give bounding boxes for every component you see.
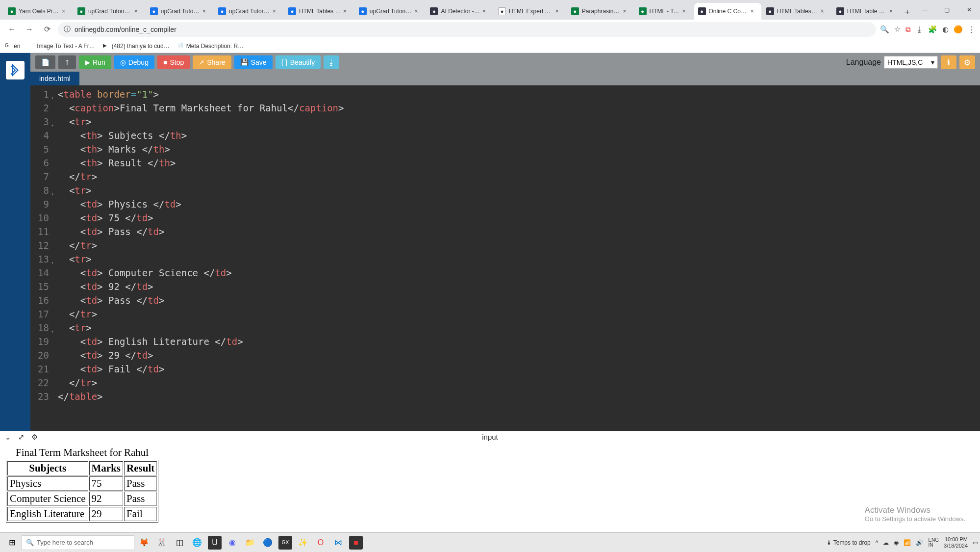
taskbar-app3-icon[interactable]: ■ (349, 536, 363, 550)
browser-tab[interactable]: ●HTML - Tables× (635, 3, 693, 20)
stop-button[interactable]: ■Stop (157, 55, 190, 69)
browser-tab[interactable]: ●upGrad Tutorial_HT× (355, 3, 426, 20)
taskbar-app2-icon[interactable]: GX (278, 536, 292, 550)
language-label: Language (846, 58, 881, 67)
collapse-panel-icon[interactable]: ⌄ (5, 433, 11, 442)
taskbar-edge-icon[interactable]: 🌐 (190, 536, 204, 550)
taskbar-copilot-icon[interactable]: ✨ (296, 536, 310, 550)
clock-date: 3/18/2024 (944, 543, 968, 549)
help-button[interactable]: ℹ (941, 55, 956, 69)
close-tab-icon[interactable]: × (62, 8, 69, 15)
profile-icon[interactable]: 🟠 (954, 25, 963, 34)
play-icon: ▶ (85, 58, 90, 66)
beautify-button[interactable]: { }Beautify (276, 55, 321, 69)
new-file-button[interactable]: 📄 (35, 55, 55, 69)
browser-tab[interactable]: ●HTML table basics× (832, 3, 900, 20)
star-icon[interactable]: ☆ (894, 25, 901, 34)
file-tab-active[interactable]: index.html (30, 72, 79, 85)
reload-button[interactable]: ⟳ (40, 23, 54, 36)
tray-lang[interactable]: ENG IN (928, 538, 939, 548)
browser-tab[interactable]: ●AI Detector - Trust× (426, 3, 493, 20)
tray-chevron-icon[interactable]: ^ (876, 539, 879, 546)
browser-tab[interactable]: ●upGrad Tutorials - C× (74, 3, 145, 20)
code-content[interactable]: <table border="1"> <caption>Final Term M… (54, 85, 344, 431)
close-tab-icon[interactable]: × (414, 8, 421, 15)
code-editor[interactable]: 1234567891011121314151617181920212223 <t… (30, 85, 980, 431)
download-code-button[interactable]: ⭳ (324, 55, 339, 69)
settings-button[interactable]: ⚙ (959, 55, 975, 69)
run-button[interactable]: ▶Run (79, 55, 111, 69)
forward-button[interactable]: → (23, 23, 36, 36)
taskbar-search[interactable]: 🔍 Type here to search (22, 535, 134, 550)
tray-onedrive-icon[interactable]: ☁ (883, 539, 889, 546)
close-tab-icon[interactable]: × (202, 8, 209, 15)
taskbar-explorer-icon[interactable]: 📁 (243, 536, 257, 550)
close-tab-icon[interactable]: × (821, 8, 828, 15)
table-row: Computer Science92Pass (7, 492, 157, 506)
account-icon[interactable]: ◐ (942, 25, 949, 34)
new-tab-button[interactable]: + (901, 5, 914, 20)
download-icon[interactable]: ⭳ (916, 25, 923, 33)
expand-panel-icon[interactable]: ⤢ (18, 433, 25, 442)
close-tab-icon[interactable]: × (273, 8, 279, 15)
tab-title: HTML table basics (847, 8, 887, 15)
table-cell: Pass (124, 476, 157, 491)
taskbar-discord-icon[interactable]: ◉ (226, 536, 239, 550)
browser-tab[interactable]: ●HTML Tables – Tab× (762, 3, 831, 20)
close-tab-icon[interactable]: × (343, 8, 350, 15)
taskbar-chrome-icon[interactable]: 🔵 (261, 536, 275, 550)
tray-clock[interactable]: 10:00 PM 3/18/2024 (944, 536, 968, 548)
tab-title: Paraphrasing Tool (582, 8, 621, 15)
debug-button[interactable]: ◎Debug (114, 55, 154, 69)
bookmark-item[interactable]: Image To Text - A Fr… (28, 43, 95, 50)
extensions-icon[interactable]: 🧩 (928, 25, 937, 34)
tray-volume-icon[interactable]: 🔊 (916, 539, 923, 546)
tray-notifications-icon[interactable]: ▭ (973, 539, 978, 546)
zoom-icon[interactable]: 🔍 (880, 25, 889, 34)
site-info-icon[interactable]: ⓘ (64, 25, 71, 34)
browser-tab[interactable]: ●HTML Expert Advice× (494, 3, 566, 20)
upload-button[interactable]: ⤒ (58, 55, 76, 69)
share-button[interactable]: ↗Share (193, 55, 231, 69)
taskbar-vscode-icon[interactable]: ⋈ (331, 536, 345, 550)
maximize-button[interactable]: ▢ (936, 0, 958, 20)
extension-icon[interactable]: ⧉ (905, 25, 911, 34)
browser-tab[interactable]: ●Paraphrasing Tool× (567, 3, 634, 20)
menu-icon[interactable]: ⋮ (968, 25, 975, 34)
bookmark-item[interactable]: Gen (5, 43, 20, 50)
output-area: Final Term Marksheet for Rahul SubjectsM… (0, 443, 980, 526)
close-tab-icon[interactable]: × (682, 8, 689, 15)
taskbar-fox-icon[interactable]: 🦊 (137, 536, 151, 550)
weather-widget[interactable]: 🌡 Temps to drop (826, 539, 871, 546)
close-tab-icon[interactable]: × (134, 8, 141, 15)
panel-input-tab[interactable]: input (482, 433, 498, 441)
browser-tab[interactable]: ●upGrad Tutorials: T× (214, 3, 283, 20)
taskbar-app-icon[interactable]: U (208, 536, 222, 550)
tray-wifi-icon[interactable]: 📶 (904, 539, 911, 546)
close-tab-icon[interactable]: × (751, 8, 757, 15)
bookmark-item[interactable]: ▶(482) thaniya to cud… (103, 43, 170, 50)
back-button[interactable]: ← (5, 23, 19, 36)
start-button[interactable]: ⊞ (2, 533, 22, 552)
tray-meet-icon[interactable]: ◉ (894, 539, 899, 546)
close-window-button[interactable]: ✕ (958, 0, 980, 20)
language-select[interactable]: HTML,JS,C▾ (884, 56, 938, 69)
panel-settings-icon[interactable]: ⚙ (31, 433, 38, 442)
browser-tab[interactable]: ●upGrad Tutorial_H× (146, 3, 213, 20)
browser-tab[interactable]: ●HTML Tables - Goo× (284, 3, 354, 20)
close-tab-icon[interactable]: × (623, 8, 630, 15)
taskbar-rabbit-icon[interactable]: 🐰 (155, 536, 169, 550)
browser-tab[interactable]: ●Online C Compiler× (694, 3, 761, 20)
close-tab-icon[interactable]: × (482, 8, 489, 15)
close-tab-icon[interactable]: × (889, 8, 896, 15)
browser-tab[interactable]: ●Yarn Owls Projects× (4, 3, 73, 20)
minimize-button[interactable]: — (914, 0, 936, 20)
save-icon: 💾 (240, 58, 249, 66)
bookmark-item[interactable]: 📄Meta Description: R… (177, 43, 244, 50)
close-tab-icon[interactable]: × (555, 8, 562, 15)
address-bar[interactable]: ⓘ onlinegdb.com/online_c_compiler (58, 22, 876, 37)
taskbar-taskview-icon[interactable]: ◫ (173, 536, 186, 550)
onlinegdb-logo[interactable] (6, 61, 25, 79)
taskbar-opera-icon[interactable]: O (314, 536, 327, 550)
save-button[interactable]: 💾Save (234, 55, 273, 69)
